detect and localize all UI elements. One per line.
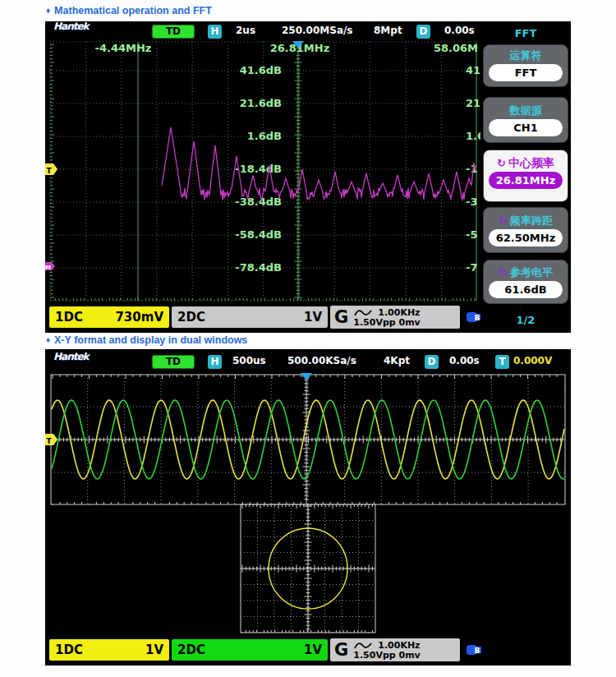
svg-text:-18.4dB: -18.4dB [235,163,282,175]
generator-frequency: 1.00KHz [378,308,420,317]
generator-label: G [334,307,348,327]
scope1-statusbar-top: Hantek TD H 2us 250.00MSa/s 8Mpt D 0.00s [45,21,480,41]
fft-menu-panel: FFT ↻运算符 FFT ↻数据源 CH1 ↻中心频率 26.81MHz ↻频率… [480,21,571,333]
menu-item-center-frequency[interactable]: ↻中心频率 26.81MHz [483,150,568,202]
menu-item-label: 参考电平 [510,266,553,279]
svg-text:1.6dB: 1.6dB [247,130,282,142]
channel2-info-box: 2DC 1V [172,306,328,328]
channel1-coupling: 1DC [55,642,83,657]
channel2-coupling: 2DC [177,642,205,657]
horizontal-badge-icon: H [208,355,222,369]
svg-text:-1: -1 [466,163,477,175]
svg-text:-4.44MHz: -4.44MHz [95,42,152,54]
scope1-statusbar-bottom: 1DC 730mV 2DC 1V G 1.00KHz 1.50Vpp 0mv [45,304,482,330]
sample-rate-value: 250.00MSa/s [282,25,353,36]
hantek-logo: Hantek [53,351,89,362]
channel1-coupling: 1DC [55,310,83,325]
channel2-coupling: 2DC [177,310,205,325]
svg-text:T: T [46,167,52,175]
generator-amplitude: 1.50Vpp 0mv [353,651,421,660]
svg-text:M: M [45,265,51,271]
menu-item-label: 中心频率 [508,156,554,169]
scope2-statusbar-top: Hantek TD H 500us 500.00KSa/s 4Kpt D 0.0… [45,349,571,373]
horizontal-badge-icon: H [208,25,222,39]
channel1-info-box: 1DC 1V [49,639,169,661]
usb-letter: B [475,314,480,322]
sine-wave-icon [353,641,373,651]
svg-text:-5: -5 [466,228,477,241]
section-title-xy-text: X-Y format and display in dual windows [54,334,247,346]
section-title-fft-text: Mathematical operation and FFT [54,5,212,16]
svg-text:41.6dB: 41.6dB [240,64,282,76]
generator-info-box: G 1.00KHz 1.50Vpp 0mv [330,638,460,661]
menu-item-label: 频率跨距 [510,214,553,227]
trigger-badge-icon: T [495,355,509,369]
svg-text:58.06M: 58.06M [434,42,478,54]
svg-text:21: 21 [466,97,480,109]
hantek-logo: Hantek [53,21,89,32]
usb-device-icon: B [467,644,482,656]
menu-item-reference-level[interactable]: ↻参考电平 61.6dB [483,260,568,304]
svg-text:-78.4dB: -78.4dB [235,261,282,274]
chann2-scale: 1V [304,642,322,657]
trigger-mode-button[interactable]: TD [152,25,195,39]
menu-item-source[interactable]: ↻数据源 CH1 [483,97,568,143]
menu-item-value: CH1 [489,119,563,136]
cycle-icon: ↻ [499,266,508,279]
oscilloscope-screenshot-fft: Hantek TD H 2us 250.00MSa/s 8Mpt D 0.00s… [45,21,571,333]
svg-text:21.6dB: 21.6dB [240,97,282,109]
memory-depth-value: 8Mpt [374,25,402,36]
channel1-info-box: 1DC 730mV [49,306,169,328]
diamond-bullet-icon: ♦ [46,335,50,344]
channel1-scale: 730mV [115,310,163,325]
svg-text:T: T [46,437,52,445]
delay-badge-icon: D [425,355,439,369]
timebase-value: 500us [232,355,266,366]
menu-page-indicator: 1/2 [480,314,571,326]
menu-item-value: 26.81MHz [489,172,563,189]
memory-depth-value: 4Kpt [384,355,410,366]
menu-item-value: FFT [489,64,563,81]
cycle-icon: ↻ [497,157,506,169]
channel2-info-box: 2DC 1V [172,639,328,661]
waveform-display: T [45,373,571,639]
generator-label: G [334,640,348,660]
generator-info-box: G 1.00KHz 1.50Vpp 0mv [330,306,460,329]
menu-item-label: 数据源 [510,104,542,117]
sine-wave-icon [353,308,373,318]
menu-item-value: 61.6dB [489,281,563,298]
svg-text:-3: -3 [466,196,477,208]
diamond-bullet-icon: ♦ [46,6,50,15]
generator-amplitude: 1.50Vpp 0mv [353,318,421,327]
svg-text:-58.4dB: -58.4dB [235,228,282,241]
timebase-value: 2us [236,25,255,36]
section-title-fft: ♦Mathematical operation and FFT [46,5,212,16]
menu-item-label: 运算符 [510,49,542,62]
channel1-scale: 1V [145,642,163,657]
trigger-mode-button[interactable]: TD [152,355,195,369]
svg-text:-38.4dB: -38.4dB [235,196,282,208]
svg-text:-7: -7 [466,261,477,274]
menu-item-operator[interactable]: ↻运算符 FFT [483,44,568,87]
scope2-statusbar-bottom: 1DC 1V 2DC 1V G 1.00KHz 1.50Vpp 0mv B [45,637,482,663]
menu-item-frequency-span[interactable]: ↻频率跨距 62.50MHz [483,207,568,253]
channel2-scale: 1V [304,310,322,325]
menu-item-value: 62.50MHz [489,229,563,246]
trigger-level-value: 0.000V [513,355,552,366]
delay-badge-icon: D [416,25,430,39]
sample-rate-value: 500.00KSa/s [287,355,356,366]
section-title-xy: ♦X-Y format and display in dual windows [46,334,247,346]
generator-frequency: 1.00KHz [378,641,420,650]
cycle-icon: ↻ [499,214,508,227]
menu-title: FFT [480,27,571,39]
delay-value: 0.00s [444,25,475,36]
delay-value: 0.00s [449,355,480,366]
svg-text:41: 41 [466,64,480,76]
svg-text:1.6: 1.6 [466,130,480,142]
oscilloscope-screenshot-xy: Hantek TD H 500us 500.00KSa/s 4Kpt D 0.0… [45,349,571,665]
usb-letter: B [475,647,480,655]
fft-display: -4.44MHz26.81MHz58.06M41.6dB21.6dB1.6dB-… [45,41,480,303]
